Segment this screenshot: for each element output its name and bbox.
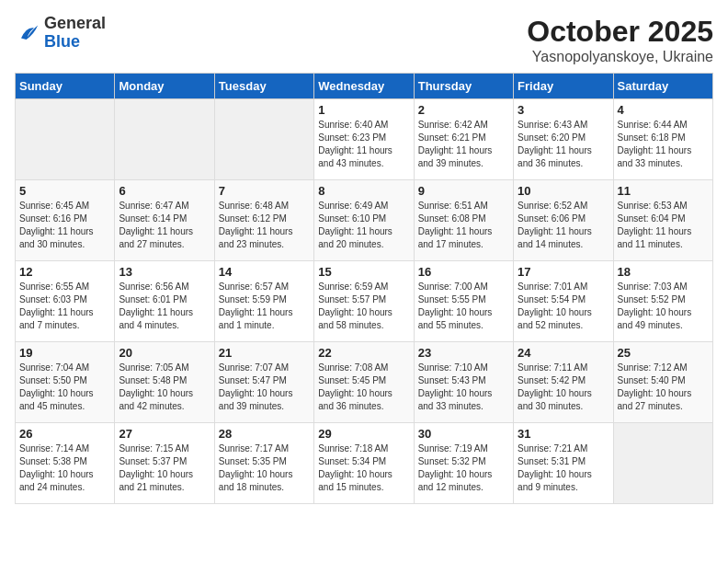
calendar-cell: 22Sunrise: 7:08 AM Sunset: 5:45 PM Dayli… [314,342,414,423]
day-number: 17 [518,265,609,279]
day-info: Sunrise: 7:18 AM Sunset: 5:34 PM Dayligh… [318,442,409,494]
calendar-cell: 6Sunrise: 6:47 AM Sunset: 6:14 PM Daylig… [115,180,214,261]
calendar-cell: 3Sunrise: 6:43 AM Sunset: 6:20 PM Daylig… [514,99,613,180]
weekday-header: Monday [115,74,214,99]
calendar-cell: 19Sunrise: 7:04 AM Sunset: 5:50 PM Dayli… [16,342,115,423]
day-info: Sunrise: 6:53 AM Sunset: 6:04 PM Dayligh… [618,200,709,251]
day-number: 25 [618,346,709,360]
calendar-title: October 2025 [527,15,713,49]
calendar-cell: 14Sunrise: 6:57 AM Sunset: 5:59 PM Dayli… [214,261,313,342]
day-info: Sunrise: 7:01 AM Sunset: 5:54 PM Dayligh… [518,281,609,332]
calendar-cell: 11Sunrise: 6:53 AM Sunset: 6:04 PM Dayli… [613,180,712,261]
day-info: Sunrise: 6:49 AM Sunset: 6:10 PM Dayligh… [318,200,409,251]
title-block: October 2025 Yasnopolyanskoye, Ukraine [527,15,713,65]
calendar-week-row: 12Sunrise: 6:55 AM Sunset: 6:03 PM Dayli… [16,261,713,342]
calendar-cell [16,99,115,180]
calendar-cell: 20Sunrise: 7:05 AM Sunset: 5:48 PM Dayli… [115,342,214,423]
logo-general: General [44,14,106,32]
day-number: 26 [19,427,110,441]
calendar-cell: 15Sunrise: 6:59 AM Sunset: 5:57 PM Dayli… [314,261,414,342]
day-info: Sunrise: 6:59 AM Sunset: 5:57 PM Dayligh… [318,281,409,332]
day-number: 10 [518,184,609,198]
day-info: Sunrise: 7:10 AM Sunset: 5:43 PM Dayligh… [418,362,509,413]
day-number: 8 [318,184,409,198]
calendar-cell: 7Sunrise: 6:48 AM Sunset: 6:12 PM Daylig… [214,180,313,261]
calendar-cell: 5Sunrise: 6:45 AM Sunset: 6:16 PM Daylig… [16,180,115,261]
calendar-cell: 1Sunrise: 6:40 AM Sunset: 6:23 PM Daylig… [314,99,414,180]
calendar-cell: 23Sunrise: 7:10 AM Sunset: 5:43 PM Dayli… [414,342,513,423]
calendar-cell: 27Sunrise: 7:15 AM Sunset: 5:37 PM Dayli… [115,423,214,504]
day-number: 12 [19,265,110,279]
weekday-header: Saturday [613,74,712,99]
day-info: Sunrise: 6:55 AM Sunset: 6:03 PM Dayligh… [19,281,110,332]
calendar-cell: 2Sunrise: 6:42 AM Sunset: 6:21 PM Daylig… [414,99,513,180]
calendar-cell: 16Sunrise: 7:00 AM Sunset: 5:55 PM Dayli… [414,261,513,342]
page-header: General Blue October 2025 Yasnopolyansko… [15,15,713,65]
day-info: Sunrise: 7:05 AM Sunset: 5:48 PM Dayligh… [119,362,210,413]
day-number: 3 [518,103,609,117]
calendar-cell: 30Sunrise: 7:19 AM Sunset: 5:32 PM Dayli… [414,423,513,504]
day-info: Sunrise: 6:40 AM Sunset: 6:23 PM Dayligh… [318,119,409,170]
logo-blue: Blue [44,32,80,51]
day-info: Sunrise: 7:17 AM Sunset: 5:35 PM Dayligh… [219,442,310,494]
day-number: 18 [618,265,709,279]
calendar-subtitle: Yasnopolyanskoye, Ukraine [527,49,713,65]
day-info: Sunrise: 6:52 AM Sunset: 6:06 PM Dayligh… [518,200,609,251]
logo: General Blue [15,15,106,52]
weekday-header-row: SundayMondayTuesdayWednesdayThursdayFrid… [16,74,713,99]
weekday-header: Thursday [414,74,513,99]
day-number: 22 [318,346,409,360]
day-number: 31 [518,427,609,441]
weekday-header: Sunday [16,74,115,99]
calendar-cell [214,99,313,180]
day-info: Sunrise: 7:11 AM Sunset: 5:42 PM Dayligh… [518,362,609,413]
calendar-cell: 18Sunrise: 7:03 AM Sunset: 5:52 PM Dayli… [613,261,712,342]
day-info: Sunrise: 7:07 AM Sunset: 5:47 PM Dayligh… [219,362,310,413]
day-number: 13 [119,265,210,279]
calendar-cell: 9Sunrise: 6:51 AM Sunset: 6:08 PM Daylig… [414,180,513,261]
day-number: 15 [318,265,409,279]
day-info: Sunrise: 7:04 AM Sunset: 5:50 PM Dayligh… [19,362,110,413]
day-number: 23 [418,346,509,360]
logo-icon [15,20,40,46]
day-info: Sunrise: 7:21 AM Sunset: 5:31 PM Dayligh… [518,442,609,494]
calendar-cell: 12Sunrise: 6:55 AM Sunset: 6:03 PM Dayli… [16,261,115,342]
day-number: 21 [219,346,310,360]
calendar-cell: 17Sunrise: 7:01 AM Sunset: 5:54 PM Dayli… [514,261,613,342]
day-number: 19 [19,346,110,360]
day-info: Sunrise: 7:03 AM Sunset: 5:52 PM Dayligh… [618,281,709,332]
day-number: 16 [418,265,509,279]
calendar-cell: 24Sunrise: 7:11 AM Sunset: 5:42 PM Dayli… [514,342,613,423]
day-number: 14 [219,265,310,279]
day-number: 11 [618,184,709,198]
weekday-header: Tuesday [214,74,313,99]
day-info: Sunrise: 7:14 AM Sunset: 5:38 PM Dayligh… [19,442,110,494]
day-info: Sunrise: 6:57 AM Sunset: 5:59 PM Dayligh… [219,281,310,332]
calendar-cell: 29Sunrise: 7:18 AM Sunset: 5:34 PM Dayli… [314,423,414,504]
calendar-cell: 28Sunrise: 7:17 AM Sunset: 5:35 PM Dayli… [214,423,313,504]
day-number: 5 [19,184,110,198]
day-number: 27 [119,427,210,441]
day-info: Sunrise: 6:44 AM Sunset: 6:18 PM Dayligh… [618,119,709,170]
day-info: Sunrise: 6:51 AM Sunset: 6:08 PM Dayligh… [418,200,509,251]
calendar-week-row: 1Sunrise: 6:40 AM Sunset: 6:23 PM Daylig… [16,99,713,180]
day-number: 30 [418,427,509,441]
calendar-cell: 25Sunrise: 7:12 AM Sunset: 5:40 PM Dayli… [613,342,712,423]
weekday-header: Friday [514,74,613,99]
calendar-week-row: 19Sunrise: 7:04 AM Sunset: 5:50 PM Dayli… [16,342,713,423]
calendar-week-row: 5Sunrise: 6:45 AM Sunset: 6:16 PM Daylig… [16,180,713,261]
calendar-cell [115,99,214,180]
day-info: Sunrise: 7:12 AM Sunset: 5:40 PM Dayligh… [618,362,709,413]
day-info: Sunrise: 7:19 AM Sunset: 5:32 PM Dayligh… [418,442,509,494]
calendar-cell [613,423,712,504]
day-info: Sunrise: 6:45 AM Sunset: 6:16 PM Dayligh… [19,200,110,251]
day-info: Sunrise: 7:00 AM Sunset: 5:55 PM Dayligh… [418,281,509,332]
day-info: Sunrise: 7:15 AM Sunset: 5:37 PM Dayligh… [119,442,210,494]
calendar-cell: 4Sunrise: 6:44 AM Sunset: 6:18 PM Daylig… [613,99,712,180]
day-info: Sunrise: 7:08 AM Sunset: 5:45 PM Dayligh… [318,362,409,413]
calendar-cell: 8Sunrise: 6:49 AM Sunset: 6:10 PM Daylig… [314,180,414,261]
calendar-cell: 21Sunrise: 7:07 AM Sunset: 5:47 PM Dayli… [214,342,313,423]
calendar-cell: 31Sunrise: 7:21 AM Sunset: 5:31 PM Dayli… [514,423,613,504]
day-info: Sunrise: 6:43 AM Sunset: 6:20 PM Dayligh… [518,119,609,170]
weekday-header: Wednesday [314,74,414,99]
